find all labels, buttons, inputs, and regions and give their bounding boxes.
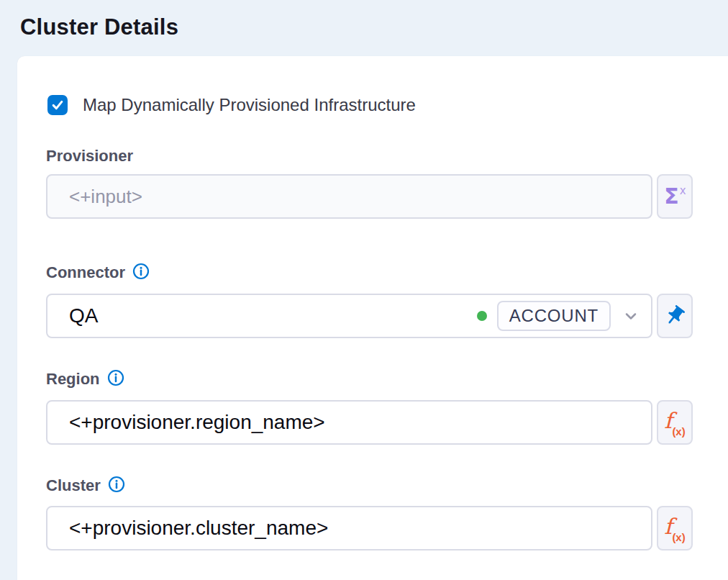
region-field-row: f(x) bbox=[46, 400, 693, 445]
connector-status-dot bbox=[477, 311, 487, 321]
connector-input[interactable]: QA ACCOUNT bbox=[46, 294, 652, 338]
connector-label-text: Connector bbox=[46, 263, 125, 282]
cluster-details-card: Map Dynamically Provisioned Infrastructu… bbox=[17, 56, 728, 580]
map-dynamic-infra-checkbox-row[interactable]: Map Dynamically Provisioned Infrastructu… bbox=[47, 95, 416, 115]
cluster-label: Cluster bbox=[46, 476, 125, 495]
region-expression-button[interactable]: f(x) bbox=[657, 400, 693, 445]
connector-pin-button[interactable] bbox=[657, 294, 693, 338]
cluster-expression-button[interactable]: f(x) bbox=[657, 506, 693, 550]
connector-label: Connector bbox=[46, 263, 150, 282]
cluster-label-text: Cluster bbox=[46, 476, 101, 495]
connector-value: QA bbox=[69, 304, 477, 327]
info-icon[interactable] bbox=[107, 369, 124, 386]
fx-expression-icon: f(x) bbox=[664, 410, 685, 435]
pin-icon bbox=[663, 304, 686, 327]
page-title: Cluster Details bbox=[20, 14, 178, 40]
checkmark-icon bbox=[50, 98, 65, 112]
sigma-runtime-input-icon: Σx bbox=[664, 186, 685, 207]
chevron-down-icon[interactable] bbox=[622, 307, 640, 325]
connector-scope-badge: ACCOUNT bbox=[497, 301, 611, 331]
connector-field-row: QA ACCOUNT bbox=[46, 294, 693, 338]
map-dynamic-infra-label: Map Dynamically Provisioned Infrastructu… bbox=[83, 95, 416, 115]
region-label: Region bbox=[46, 370, 124, 389]
provisioner-input[interactable] bbox=[46, 174, 652, 219]
info-icon[interactable] bbox=[108, 476, 125, 493]
region-input[interactable] bbox=[46, 400, 652, 445]
cluster-input[interactable] bbox=[46, 506, 652, 550]
provisioner-label-text: Provisioner bbox=[46, 147, 133, 166]
fx-expression-icon: f(x) bbox=[664, 516, 685, 540]
cluster-field-row: f(x) bbox=[46, 506, 693, 550]
region-label-text: Region bbox=[46, 370, 100, 389]
provisioner-input-type-button[interactable]: Σx bbox=[657, 174, 693, 219]
provisioner-field-row: Σx bbox=[46, 174, 693, 219]
provisioner-label: Provisioner bbox=[46, 147, 133, 166]
map-dynamic-infra-checkbox[interactable] bbox=[47, 95, 68, 115]
info-icon[interactable] bbox=[132, 263, 150, 280]
